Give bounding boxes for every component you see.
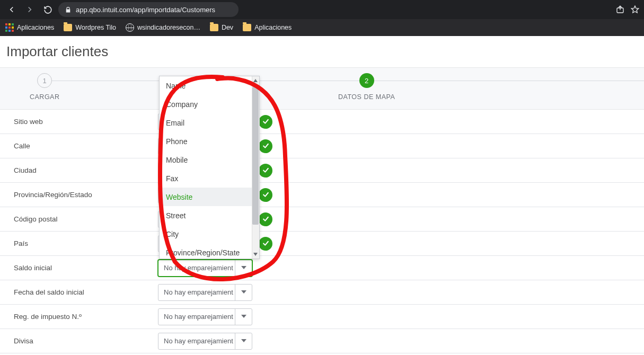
select-value: No hay emparejamient [158,313,235,321]
mapping-table: Name Company Email Phone Mobile Fax Webs… [0,110,644,353]
field-dropdown[interactable]: Name Company Email Phone Mobile Fax Webs… [159,76,260,259]
map-row: Reg. de impuesto N.ºNo hay emparejamient [0,305,644,329]
back-button[interactable] [4,2,19,17]
chevron-down-icon[interactable] [235,260,252,276]
field-label: Reg. de impuesto N.º [14,313,158,321]
scroll-down-icon[interactable] [253,252,258,257]
url-field[interactable]: app.qbo.intuit.com/app/importdata/Custom… [58,2,239,17]
dropdown-option[interactable]: Province/Region/State [160,243,259,259]
bookmark-label: Dev [222,24,233,31]
field-label: Divisa [14,337,158,345]
map-row: Provincia/Región/Estado [0,183,644,207]
dropdown-list: Name Company Email Phone Mobile Fax Webs… [160,76,259,259]
field-label: Fecha del saldo inicial [14,288,158,296]
dropdown-option[interactable]: Email [160,113,259,132]
map-row: Calle [0,134,644,158]
browser-chrome: app.qbo.intuit.com/app/importdata/Custom… [0,0,644,36]
bookmark-label: Wordpres Tilo [75,24,116,31]
url-bar-row: app.qbo.intuit.com/app/importdata/Custom… [0,0,644,19]
chevron-down-icon[interactable] [235,309,252,325]
dropdown-option[interactable]: Mobile [160,150,259,169]
chevron-down-icon[interactable] [235,285,252,300]
check-icon [259,188,272,202]
forward-button[interactable] [22,2,37,17]
bookmark-apps[interactable]: Aplicaciones [5,23,54,32]
step-label: CARGAR [30,93,59,101]
bookmark-item[interactable]: wsindicadoresecon… [126,23,200,32]
map-row: Sitio web [0,110,644,134]
map-row: Código postal [0,207,644,232]
map-row: Saldo inicialNo hay emparejamient [0,256,644,280]
map-row: DivisaNo hay emparejamient [0,329,644,353]
step-number: 2 [359,73,374,88]
globe-icon [126,23,134,32]
bookmark-label: wsindicadoresecon… [137,24,200,31]
dropdown-option[interactable]: Phone [160,132,259,150]
map-row: Ciudad [0,158,644,183]
bookmark-item[interactable]: Dev [210,24,233,31]
field-select[interactable]: No hay emparejamient [158,333,252,350]
field-label: País [14,239,158,247]
field-select[interactable]: No hay emparejamient [158,260,252,277]
folder-icon [243,24,251,31]
check-icon [259,164,272,178]
step-label: DATOS DE MAPA [338,93,395,101]
scrollbar-thumb[interactable] [252,87,259,225]
check-icon [259,212,272,226]
check-icon [259,139,272,153]
check-icon [259,115,272,129]
dropdown-option[interactable]: City [160,225,259,243]
star-icon[interactable] [630,5,640,14]
chevron-down-icon[interactable] [235,333,252,349]
bookmark-label: Aplicaciones [254,24,292,31]
step-upload[interactable]: 1 CARGAR [30,73,59,101]
stepper: 1 CARGAR 2 DATOS DE MAPA [0,67,644,110]
bookmark-item[interactable]: Wordpres Tilo [64,24,116,31]
dropdown-option-selected[interactable]: Website [160,188,259,206]
scrollbar-track[interactable] [252,76,259,259]
field-label: Sitio web [14,118,158,126]
url-text: app.qbo.intuit.com/app/importdata/Custom… [76,6,215,14]
bookmark-label: Aplicaciones [17,24,54,31]
dropdown-option[interactable]: Street [160,206,259,225]
page-title: Importar clientes [0,36,644,67]
field-label: Saldo inicial [14,264,158,272]
select-value: No hay emparejamient [158,337,235,345]
step-map-data[interactable]: 2 DATOS DE MAPA [338,73,395,101]
field-label: Calle [14,142,158,150]
reload-button[interactable] [40,2,55,17]
apps-grid-icon [5,23,14,32]
map-row: Fecha del saldo inicialNo hay emparejami… [0,280,644,305]
step-number: 1 [37,73,52,88]
lock-icon [65,6,72,13]
select-value: No hay emparejamient [158,288,235,296]
field-label: Provincia/Región/Estado [14,191,158,199]
check-icon [259,237,272,251]
folder-icon [210,24,218,31]
bookmark-item[interactable]: Aplicaciones [243,24,292,31]
dropdown-option[interactable]: Company [160,95,259,113]
field-select[interactable]: No hay emparejamient [158,308,252,325]
share-icon[interactable] [615,5,625,14]
field-label: Ciudad [14,166,158,174]
field-select[interactable]: No hay emparejamient [158,284,252,301]
bookmarks-bar: Aplicaciones Wordpres Tilo wsindicadores… [0,19,644,36]
scroll-up-icon[interactable] [253,78,258,83]
select-value: No hay emparejamient [158,264,235,272]
map-row: País [0,232,644,256]
dropdown-option[interactable]: Name [160,76,259,95]
field-label: Código postal [14,215,158,223]
dropdown-option[interactable]: Fax [160,169,259,188]
folder-icon [64,24,72,31]
